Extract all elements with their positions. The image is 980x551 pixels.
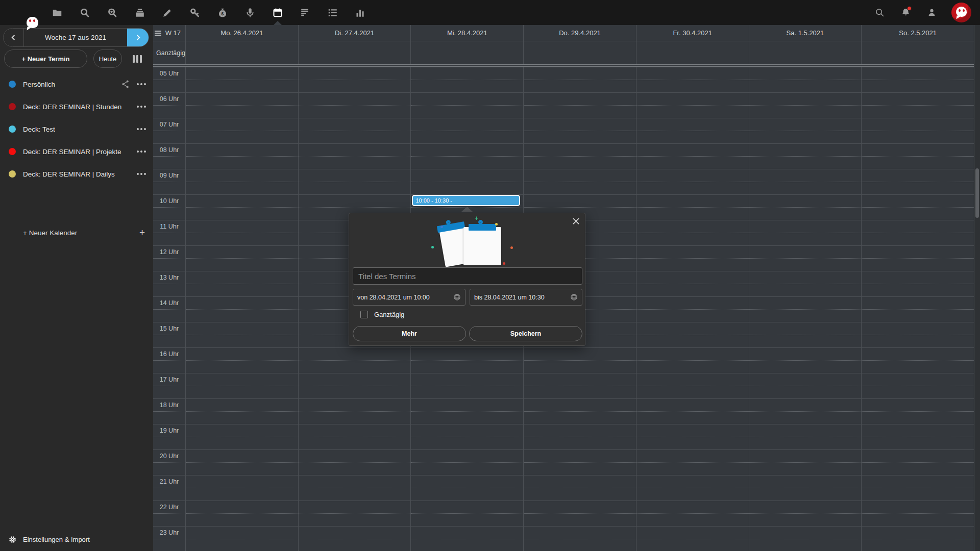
nextcloud-logo[interactable] — [11, 2, 32, 23]
hour-cell[interactable] — [299, 169, 411, 194]
notifications-bell-icon[interactable] — [899, 0, 912, 25]
hour-cell[interactable] — [862, 322, 974, 347]
hour-cell[interactable] — [524, 118, 636, 143]
calendar-menu-icon[interactable] — [135, 79, 148, 89]
hour-cell[interactable] — [186, 296, 298, 322]
hour-cell[interactable] — [749, 220, 862, 245]
week-view-toggle-icon[interactable] — [132, 53, 143, 64]
settings-import-button[interactable]: Einstellungen & Import — [0, 528, 153, 551]
timezone-globe-icon[interactable] — [453, 293, 461, 302]
allday-checkbox[interactable] — [360, 311, 368, 318]
hour-cell[interactable] — [636, 347, 749, 373]
calendar-item-stunden[interactable]: Deck: DER SEMINAR | Stunden — [0, 95, 153, 118]
hour-cell[interactable] — [862, 347, 974, 373]
hour-cell[interactable] — [299, 398, 411, 424]
allday-cell[interactable] — [410, 41, 523, 64]
start-datetime-input[interactable] — [357, 294, 453, 301]
hour-cell[interactable] — [186, 220, 298, 245]
hour-cell[interactable] — [636, 245, 749, 271]
allday-cell[interactable] — [636, 41, 749, 64]
hour-cell[interactable] — [862, 220, 974, 245]
search-zoom-app-icon[interactable] — [107, 0, 118, 25]
calendar-menu-icon[interactable] — [135, 146, 148, 157]
hour-cell[interactable] — [186, 449, 298, 475]
hour-cell[interactable] — [749, 92, 862, 118]
calendar-app-icon[interactable] — [272, 0, 283, 25]
hour-cell[interactable] — [749, 347, 862, 373]
hour-cell[interactable] — [411, 475, 523, 500]
allday-cell[interactable] — [861, 41, 974, 64]
hour-cell[interactable] — [186, 526, 298, 551]
hour-cell[interactable] — [749, 296, 862, 322]
hour-cell[interactable] — [186, 92, 298, 118]
hour-cell[interactable] — [186, 373, 298, 398]
hour-cell[interactable] — [749, 526, 862, 551]
hour-cell[interactable] — [862, 475, 974, 500]
files-app-icon[interactable] — [52, 0, 63, 25]
hour-cell[interactable] — [524, 475, 636, 500]
hour-cell[interactable] — [862, 92, 974, 118]
end-datetime-input[interactable] — [474, 294, 570, 301]
hour-cell[interactable] — [636, 143, 749, 169]
calendar-item-test[interactable]: Deck: Test — [0, 118, 153, 140]
hour-cell[interactable] — [411, 169, 523, 194]
today-button[interactable]: Heute — [93, 49, 122, 68]
hour-cell[interactable] — [749, 373, 862, 398]
hour-cell[interactable] — [749, 322, 862, 347]
allday-cell[interactable] — [749, 41, 862, 64]
hour-cell[interactable] — [749, 194, 862, 220]
event-title-input[interactable] — [353, 267, 582, 285]
start-datetime-field[interactable] — [353, 289, 465, 306]
hour-cell[interactable] — [299, 347, 411, 373]
end-datetime-field[interactable] — [470, 289, 582, 306]
hour-cell[interactable] — [862, 245, 974, 271]
hour-cell[interactable] — [411, 118, 523, 143]
hour-cell[interactable] — [411, 424, 523, 449]
hour-cell[interactable] — [411, 398, 523, 424]
hour-cell[interactable] — [636, 92, 749, 118]
new-calendar-button[interactable]: + Neuer Kalender + — [0, 221, 153, 244]
hour-cell[interactable] — [636, 475, 749, 500]
scrollbar-thumb[interactable] — [975, 168, 979, 218]
hour-cell[interactable] — [524, 92, 636, 118]
hour-cell[interactable] — [862, 271, 974, 296]
hour-cell[interactable] — [749, 67, 862, 92]
hour-cell[interactable] — [524, 500, 636, 526]
hour-cell[interactable] — [411, 373, 523, 398]
hour-cell[interactable] — [524, 143, 636, 169]
close-icon[interactable] — [570, 216, 581, 228]
more-button[interactable]: Mehr — [353, 326, 466, 341]
hour-cell[interactable] — [749, 449, 862, 475]
hour-cell[interactable] — [411, 449, 523, 475]
hour-cell[interactable] — [636, 398, 749, 424]
menu-burger-icon[interactable] — [155, 30, 162, 37]
hour-cell[interactable] — [299, 143, 411, 169]
hour-cell[interactable] — [636, 322, 749, 347]
calendar-item-dailys[interactable]: Deck: DER SEMINAR | Dailys — [0, 163, 153, 185]
hour-cell[interactable] — [636, 296, 749, 322]
notes-pencil-app-icon[interactable] — [162, 0, 173, 25]
contacts-icon[interactable] — [925, 0, 938, 25]
hour-cell[interactable] — [299, 449, 411, 475]
archive-app-icon[interactable] — [134, 0, 145, 25]
new-event-button[interactable]: + Neuer Termin — [4, 49, 87, 68]
hour-cell[interactable] — [636, 220, 749, 245]
analytics-bars-app-icon[interactable] — [355, 0, 366, 25]
hour-cell[interactable] — [186, 500, 298, 526]
hour-cell[interactable] — [749, 500, 862, 526]
allday-cell[interactable] — [523, 41, 636, 64]
hour-cell[interactable] — [524, 169, 636, 194]
hour-cell[interactable] — [299, 92, 411, 118]
hour-cell[interactable] — [299, 118, 411, 143]
hour-cell[interactable] — [186, 169, 298, 194]
hour-cell[interactable] — [862, 194, 974, 220]
hour-cell[interactable] — [186, 143, 298, 169]
money-bag-app-icon[interactable]: $ — [217, 0, 228, 25]
microphone-app-icon[interactable] — [244, 0, 256, 25]
hour-cell[interactable] — [411, 526, 523, 551]
save-button[interactable]: Speichern — [469, 326, 582, 341]
hour-cell[interactable] — [524, 398, 636, 424]
hour-cell[interactable] — [636, 526, 749, 551]
hour-cell[interactable] — [186, 424, 298, 449]
hour-cell[interactable] — [862, 500, 974, 526]
